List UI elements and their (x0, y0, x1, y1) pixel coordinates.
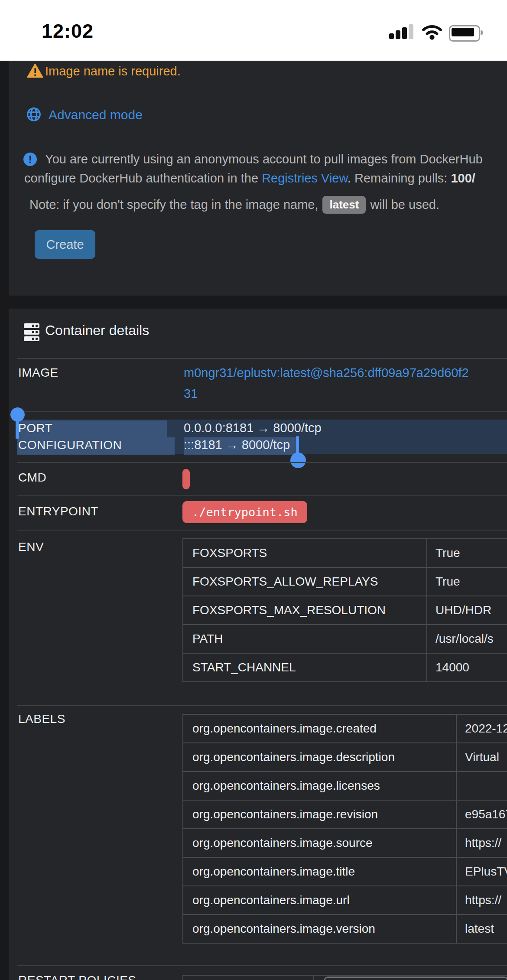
selection-end-handle-ball[interactable] (290, 453, 306, 468)
env-value: UHD/HDR (427, 596, 507, 624)
cmd-empty-value-badge (182, 469, 190, 489)
table-row: org.opencontainers.image.descriptionVirt… (183, 742, 507, 771)
label-value: e95a167 (457, 801, 507, 828)
server-stack-icon (24, 323, 39, 342)
table-row: org.opencontainers.image.licenses (183, 771, 507, 800)
label-key: org.opencontainers.image.title (183, 858, 457, 886)
table-row: FOXSPORTS_ALLOW_REPLAYSTrue (183, 567, 507, 596)
divider (17, 411, 507, 412)
form-error-message: Image name is required. (45, 64, 181, 78)
table-row: FOXSPORTS_MAX_RESOLUTIONUHD/HDR (183, 596, 507, 624)
label-key: org.opencontainers.image.description (183, 743, 457, 771)
label-key: org.opencontainers.image.source (183, 829, 457, 857)
env-key: FOXSPORTS (183, 539, 427, 567)
registries-view-link[interactable]: Registries View (262, 171, 348, 185)
env-key: FOXSPORTS_MAX_RESOLUTION (183, 596, 427, 624)
create-button[interactable]: Create (35, 230, 95, 259)
port-mapping-line1: 0.0.0.0:8181 → 8000/tcp (184, 421, 322, 435)
env-value: /usr/local/s (427, 625, 507, 653)
env-table: FOXSPORTSTrue FOXSPORTS_ALLOW_REPLAYSTru… (182, 538, 507, 682)
section-title: Container details (45, 322, 149, 339)
divider (17, 495, 507, 496)
table-row: START_CHANNEL14000 (183, 653, 507, 681)
note-prefix: Note: if you don't specify the tag in th… (29, 198, 318, 212)
info-line2-prefix: configure DockerHub authentication in th… (24, 171, 262, 185)
label-value: https:// (457, 829, 507, 857)
divider (17, 530, 507, 531)
mobile-screen: 12:02 Image name is required. Advanced m… (0, 0, 507, 980)
label-value: latest (457, 915, 507, 943)
env-row-label: ENV (18, 540, 44, 554)
status-bar: 12:02 (0, 0, 507, 61)
table-row: org.opencontainers.image.created2022-12 (183, 715, 507, 742)
wifi-icon (419, 23, 445, 41)
label-value: 2022-12 (457, 715, 507, 742)
selection-start-handle-ball[interactable] (10, 407, 25, 422)
env-key: START_CHANNEL (183, 654, 427, 681)
port-row-label-line1: PORT (18, 421, 52, 435)
table-row: FOXSPORTSTrue (183, 539, 507, 567)
image-row-label: IMAGE (18, 366, 58, 380)
advanced-mode-link[interactable]: Advanced mode (49, 107, 143, 122)
table-row: org.opencontainers.image.sourcehttps:// (183, 828, 507, 857)
label-value: Virtual (457, 743, 507, 771)
remaining-pulls-count: 100/ (451, 171, 475, 185)
image-link-line1[interactable]: m0ngr31/eplustv:latest@sha256:dff09a97a2… (184, 366, 469, 380)
env-key: FOXSPORTS_ALLOW_REPLAYS (183, 568, 427, 596)
label-value: https:// (457, 886, 507, 914)
labels-table: org.opencontainers.image.created2022-12 … (182, 714, 507, 944)
restart-policy-value (314, 976, 507, 980)
note-suffix: will be used. (370, 198, 439, 212)
divider (17, 462, 507, 463)
entrypoint-row-label: ENTRYPOINT (18, 505, 98, 518)
cellular-signal-icon (389, 24, 417, 39)
restart-policy-key (183, 976, 314, 980)
table-row: org.opencontainers.image.urlhttps:// (183, 886, 507, 914)
latest-tag-badge: latest (322, 196, 366, 214)
table-row: org.opencontainers.image.versionlatest (183, 914, 507, 943)
clock: 12:02 (42, 20, 94, 42)
port-mapping-line2: :::8181 → 8000/tcp (184, 438, 290, 452)
table-row: org.opencontainers.image.titleEPlusTV (183, 857, 507, 886)
label-key: org.opencontainers.image.licenses (183, 772, 457, 800)
env-value: True (427, 568, 507, 596)
table-row: PATH/usr/local/s (183, 624, 507, 653)
label-value: EPlusTV (457, 858, 507, 886)
restart-policies-row-label: RESTART POLICIES (18, 973, 136, 980)
label-key: org.opencontainers.image.revision (183, 801, 457, 828)
port-row-label-line2: CONFIGURATION (18, 438, 122, 452)
divider (17, 965, 507, 966)
table-row (183, 976, 507, 980)
divider (17, 358, 507, 359)
env-value: True (427, 539, 507, 567)
tag-note: Note: if you don't specify the tag in th… (29, 196, 439, 214)
warning-triangle-icon (27, 63, 43, 78)
image-link-line2[interactable]: 31 (184, 387, 198, 401)
cmd-row-label: CMD (18, 471, 46, 485)
env-value: 14000 (427, 654, 507, 681)
label-value (457, 772, 507, 800)
table-row: org.opencontainers.image.revisione95a167 (183, 800, 507, 828)
globe-icon (26, 107, 42, 122)
info-icon: ! (23, 153, 37, 166)
env-key: PATH (183, 625, 427, 653)
label-key: org.opencontainers.image.created (183, 715, 457, 742)
label-key: org.opencontainers.image.url (183, 886, 457, 914)
restart-policies-table (182, 975, 507, 980)
label-key: org.opencontainers.image.version (183, 915, 457, 943)
entrypoint-value-badge: ./entrypoint.sh (182, 501, 307, 523)
anonymous-account-info-line1: You are currently using an anonymous acc… (45, 152, 483, 166)
info-line2-mid: . Remaining pulls: (348, 171, 451, 185)
anonymous-account-info-line2: configure DockerHub authentication in th… (24, 171, 475, 186)
battery-icon (449, 25, 480, 42)
divider (17, 705, 507, 706)
labels-row-label: LABELS (18, 712, 65, 726)
restart-policy-control[interactable] (324, 977, 507, 980)
